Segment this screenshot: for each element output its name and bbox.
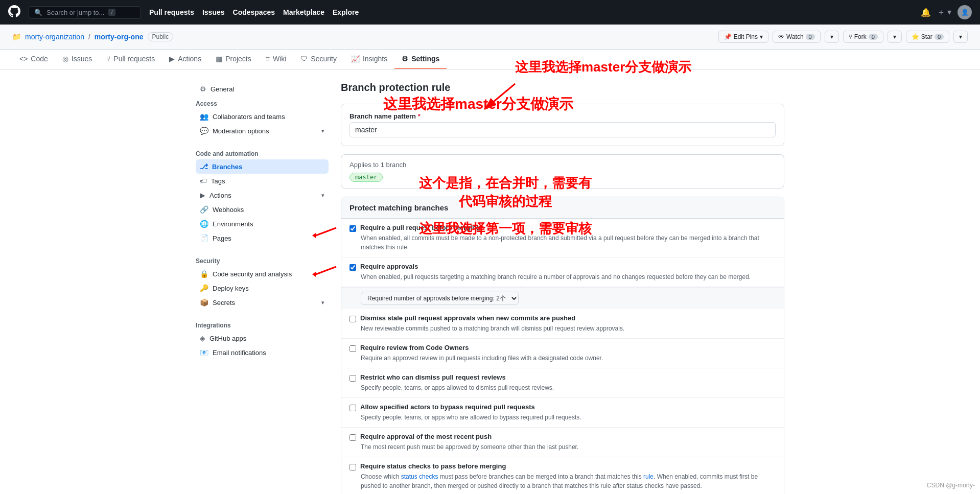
sidebar-item-environments[interactable]: 🌐 Environments — [196, 217, 329, 231]
github-logo[interactable] — [8, 5, 20, 20]
fork-count: 0 — [869, 34, 878, 40]
visibility-badge: Public — [148, 32, 174, 41]
checkbox-code-owners: Require review from Code Owners Require … — [341, 339, 784, 368]
tab-projects[interactable]: ▦ Projects — [208, 50, 259, 69]
secrets-icon: 📦 — [200, 298, 208, 307]
nav-marketplace[interactable]: Marketplace — [283, 8, 324, 16]
nav-issues[interactable]: Issues — [202, 8, 225, 16]
branch-name-input[interactable] — [349, 122, 776, 137]
star-dropdown[interactable]: ▾ — [953, 31, 968, 43]
checkbox-require-pr-input[interactable] — [349, 225, 356, 232]
sidebar-item-secrets[interactable]: 📦 Secrets ▾ — [196, 295, 329, 310]
sidebar-item-actions[interactable]: ▶ Actions ▾ — [196, 188, 329, 202]
checkbox-allow-bypass: Allow specified actors to bypass require… — [341, 398, 784, 428]
approvals-select[interactable]: Required number of approvals before merg… — [361, 292, 519, 305]
sidebar-item-general[interactable]: ⚙ General — [196, 82, 329, 96]
applies-to-body: Applies to 1 branch master — [341, 155, 784, 188]
status-checks-link[interactable]: status checks — [401, 473, 438, 480]
access-section-title: Access — [196, 96, 329, 109]
sidebar-item-code-security[interactable]: 🔒 Code security and analysis — [196, 267, 329, 281]
tab-issues[interactable]: ◎ Issues — [55, 50, 99, 69]
dismiss-stale-label[interactable]: Dismiss stale pull request approvals whe… — [360, 314, 575, 322]
tab-settings[interactable]: ⚙ Settings — [394, 50, 447, 69]
sidebar-item-collaborators[interactable]: 👥 Collaborators and teams — [196, 109, 329, 124]
checkbox-require-status: Require status checks to pass before mer… — [341, 457, 784, 494]
allow-bypass-label[interactable]: Allow specified actors to bypass require… — [360, 403, 535, 411]
search-kbd: / — [108, 9, 115, 16]
checkbox-restrict-dismiss-input[interactable] — [349, 375, 356, 382]
secrets-chevron-icon: ▾ — [321, 299, 324, 306]
org-link[interactable]: morty-organization — [25, 33, 84, 41]
star-count: 0 — [935, 34, 944, 40]
sidebar-item-deploy-keys[interactable]: 🔑 Deploy keys — [196, 281, 329, 295]
watch-button[interactable]: 👁 Watch 0 — [773, 31, 821, 43]
most-recent-label[interactable]: Require approval of the most recent push — [360, 433, 492, 440]
nav-pull-requests[interactable]: Pull requests — [149, 8, 194, 16]
environments-icon: 🌐 — [200, 220, 208, 228]
fork-icon: ⑂ — [849, 33, 852, 40]
tab-actions[interactable]: ▶ Actions — [162, 50, 208, 69]
sidebar-item-github-apps[interactable]: ◈ GitHub apps — [196, 331, 329, 345]
user-avatar[interactable]: 👤 — [958, 5, 972, 19]
actions-icon: ▶ — [169, 55, 175, 63]
checkbox-status-input[interactable] — [349, 464, 356, 471]
checkbox-code-owners-input[interactable] — [349, 345, 356, 352]
sidebar-item-webhooks[interactable]: 🔗 Webhooks — [196, 202, 329, 217]
require-approvals-label[interactable]: Require approvals — [360, 263, 418, 270]
csdn-watermark: CSDN @g-morty- — [927, 482, 975, 489]
rule-link[interactable]: rule — [643, 473, 654, 480]
actions-side-icon: ▶ — [200, 191, 205, 199]
security-section-title: Security — [196, 253, 329, 267]
star-button[interactable]: ⭐ Star 0 — [906, 31, 949, 43]
moderation-icon: 💬 — [200, 127, 208, 135]
sidebar-item-tags[interactable]: 🏷 Tags — [196, 174, 329, 188]
restrict-dismiss-desc: Specify people, teams, or apps allowed t… — [349, 383, 776, 392]
fork-button[interactable]: ⑂ Fork 0 — [843, 31, 883, 43]
edit-pins-button[interactable]: 📌 Edit Pins ▾ — [718, 31, 768, 43]
nav-codespaces[interactable]: Codespaces — [233, 8, 275, 16]
email-icon: 📧 — [200, 348, 208, 357]
checkbox-most-recent-input[interactable] — [349, 434, 356, 441]
checkbox-require-approvals-input[interactable] — [349, 264, 356, 271]
sidebar-item-branches[interactable]: ⎇ Branches — [196, 159, 329, 174]
checkbox-dismiss-stale-input[interactable] — [349, 316, 356, 322]
sidebar-item-moderation[interactable]: 💬 Moderation options ▾ — [196, 124, 329, 138]
watch-dropdown[interactable]: ▾ — [825, 31, 839, 43]
checkbox-allow-bypass-input[interactable] — [349, 405, 356, 411]
tags-icon: 🏷 — [200, 177, 207, 185]
tab-security[interactable]: 🛡 Security — [293, 50, 344, 69]
checkbox-row-approvals: Require approvals — [349, 263, 776, 271]
require-pr-label[interactable]: Require a pull request before merging — [360, 224, 480, 231]
page-title: Branch protection rule — [341, 82, 784, 93]
master-badge: master — [349, 173, 383, 182]
status-label[interactable]: Require status checks to pass before mer… — [360, 462, 506, 470]
code-owners-desc: Require an approved review in pull reque… — [349, 354, 776, 363]
security-icon: 🛡 — [300, 55, 308, 63]
plus-menu[interactable]: ＋ ▾ — [937, 7, 951, 18]
chevron-icon: ▾ — [760, 33, 763, 40]
repo-header: 📁 morty-organization / morty-org-one Pub… — [0, 25, 980, 50]
code-security-icon: 🔒 — [200, 270, 208, 278]
restrict-dismiss-label[interactable]: Restrict who can dismiss pull request re… — [360, 373, 506, 381]
top-nav: 🔍 Search or jump to... / Pull requests I… — [0, 0, 980, 25]
settings-icon: ⚙ — [402, 55, 408, 63]
sidebar-item-email-notifications[interactable]: 📧 Email notifications — [196, 345, 329, 360]
repo-name-link[interactable]: morty-org-one — [95, 33, 144, 41]
code-owners-label[interactable]: Require review from Code Owners — [360, 344, 469, 351]
sidebar-section-access: Access 👥 Collaborators and teams 💬 Moder… — [196, 96, 329, 138]
checkbox-restrict-dismiss: Restrict who can dismiss pull request re… — [341, 368, 784, 398]
notifications-bell[interactable]: 🔔 — [921, 8, 931, 17]
search-box[interactable]: 🔍 Search or jump to... / — [29, 6, 141, 19]
tab-wiki[interactable]: ≡ Wiki — [259, 50, 294, 69]
dismiss-stale-desc: New reviewable commits pushed to a match… — [349, 324, 776, 333]
tab-pull-requests[interactable]: ⑂ Pull requests — [99, 50, 162, 69]
branch-name-label: Branch name pattern * — [349, 112, 776, 120]
fork-dropdown[interactable]: ▾ — [888, 31, 902, 43]
sidebar-item-pages[interactable]: 📄 Pages — [196, 231, 329, 245]
tab-insights[interactable]: 📈 Insights — [344, 50, 394, 69]
tab-code[interactable]: <> Code — [12, 50, 55, 69]
status-desc: Choose which status checks must pass bef… — [349, 472, 776, 490]
nav-explore[interactable]: Explore — [333, 8, 359, 16]
chevron-down-icon: ▾ — [321, 128, 324, 134]
webhooks-icon: 🔗 — [200, 205, 208, 214]
